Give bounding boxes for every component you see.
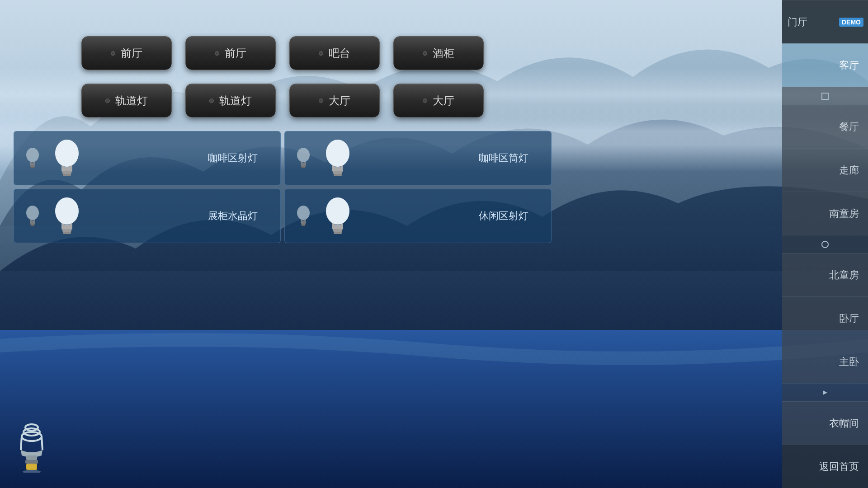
sidebar-scroll-square — [782, 87, 868, 105]
svg-point-7 — [55, 140, 79, 167]
svg-rect-36 — [26, 455, 37, 460]
sidebar-nantongfang-label: 南童房 — [829, 207, 859, 221]
sidebar-beitongfang-label: 北童房 — [829, 268, 859, 282]
sidebar-item-keting[interactable]: 客厅 — [782, 43, 868, 87]
led-dot-5 — [105, 99, 110, 103]
svg-rect-18 — [30, 223, 35, 225]
svg-rect-39 — [27, 465, 36, 469]
sidebar-item-zoulang[interactable]: 走廊 — [782, 148, 868, 192]
btn-dating-2[interactable]: 大厅 — [393, 84, 484, 117]
btn-dating-1[interactable]: 大厅 — [289, 84, 380, 117]
svg-rect-26 — [302, 225, 305, 226]
panel-zhangui-shuijing[interactable]: 展柜水晶灯 — [14, 189, 281, 243]
svg-rect-16 — [334, 174, 342, 176]
sidebar-item-menting[interactable]: 门厅 DEMO — [782, 0, 868, 43]
sidebar-scroll-arrow[interactable] — [782, 383, 868, 401]
led-dot-2 — [215, 51, 219, 56]
bulb-large-icon-1 — [49, 137, 85, 180]
sidebar-item-zhuwo[interactable]: 主卧 — [782, 340, 868, 383]
btn-dating-2-label: 大厅 — [433, 94, 454, 108]
btn-jiugui[interactable]: 酒柜 — [393, 36, 484, 70]
svg-point-21 — [55, 197, 79, 225]
svg-rect-37 — [25, 460, 38, 464]
panel-xiuxian-sheding-label: 休闲区射灯 — [479, 209, 528, 223]
btn-guidao-1-label: 轨道灯 — [115, 94, 148, 108]
main-content: 前厅 前厅 吧台 酒柜 轨道灯 轨道灯 — [0, 0, 565, 488]
sidebar-zoulang-label: 走廊 — [839, 164, 859, 177]
svg-point-28 — [326, 197, 349, 225]
panel-zhangui-shuijing-label: 展柜水晶灯 — [208, 209, 258, 223]
square-icon — [821, 93, 829, 100]
sidebar-woting-label: 卧厅 — [839, 312, 859, 325]
led-dot-6 — [209, 99, 214, 103]
demo-tag: DEMO — [839, 18, 863, 27]
svg-point-42 — [822, 241, 828, 248]
svg-point-10 — [297, 148, 310, 162]
svg-rect-15 — [333, 171, 342, 174]
btn-qianting-1[interactable]: 前厅 — [81, 36, 172, 70]
svg-line-35 — [42, 436, 42, 450]
sidebar-item-woting[interactable]: 卧厅 — [782, 296, 868, 340]
sidebar-fanhui-label: 返回首页 — [819, 460, 859, 474]
led-dot-4 — [423, 51, 427, 56]
btn-jiugui-label: 酒柜 — [433, 46, 454, 61]
bottom-bulb-icon — [14, 423, 50, 474]
svg-rect-5 — [31, 167, 34, 168]
bulb-small-icon-3 — [23, 204, 42, 229]
panel-kafei-tongdeng-label: 咖啡区筒灯 — [479, 151, 528, 165]
sidebar-menting-label: 门厅 — [788, 15, 807, 29]
svg-line-34 — [21, 436, 22, 450]
panel-kafei-sheding-label: 咖啡区射灯 — [208, 151, 258, 165]
sidebar-item-canting[interactable]: 餐厅 — [782, 105, 868, 148]
arrow-right-icon — [822, 389, 828, 396]
svg-rect-12 — [302, 167, 305, 168]
bulb-small-icon-2 — [294, 146, 313, 171]
btn-qianting-2-label: 前厅 — [225, 46, 246, 61]
panels-section: 咖啡区射灯 咖啡区筒灯 — [14, 131, 552, 243]
btn-guidao-2-label: 轨道灯 — [219, 94, 252, 108]
svg-rect-22 — [62, 229, 71, 232]
circle-icon — [821, 241, 829, 248]
svg-rect-9 — [63, 174, 71, 176]
svg-rect-4 — [30, 165, 35, 167]
buttons-section: 前厅 前厅 吧台 酒柜 轨道灯 轨道灯 — [14, 36, 552, 117]
panel-kafei-sheding[interactable]: 咖啡区射灯 — [14, 131, 281, 185]
sidebar-yimaojian-label: 衣帽间 — [829, 417, 859, 430]
sidebar-zhuwo-label: 主卧 — [839, 355, 859, 369]
sidebar: 门厅 DEMO 客厅 餐厅 走廊 南童房 北童房 卧厅 主卧 — [782, 0, 868, 488]
sidebar-item-nantongfang[interactable]: 南童房 — [782, 192, 868, 235]
bulb-small-icon-4 — [294, 204, 313, 229]
svg-rect-11 — [301, 165, 306, 167]
svg-rect-8 — [62, 171, 71, 174]
bulb-small-icon-1 — [23, 146, 42, 171]
svg-rect-29 — [333, 229, 342, 232]
sidebar-canting-label: 餐厅 — [839, 120, 859, 134]
panel-xiuxian-sheding[interactable]: 休闲区射灯 — [284, 189, 552, 243]
sidebar-keting-label: 客厅 — [839, 59, 859, 72]
svg-rect-25 — [301, 223, 306, 225]
led-dot-1 — [111, 51, 115, 56]
btn-dating-1-label: 大厅 — [329, 94, 350, 108]
svg-point-14 — [326, 140, 349, 167]
button-row-1: 前厅 前厅 吧台 酒柜 — [14, 36, 552, 70]
bulb-large-icon-2 — [320, 137, 356, 180]
sidebar-item-beitongfang[interactable]: 北童房 — [782, 253, 868, 296]
led-dot-7 — [319, 99, 323, 103]
btn-guidao-2[interactable]: 轨道灯 — [185, 84, 276, 117]
svg-marker-43 — [823, 390, 827, 395]
bulb-large-icon-4 — [320, 195, 356, 238]
sidebar-item-yimaojian[interactable]: 衣帽间 — [782, 401, 868, 445]
btn-qianting-2[interactable]: 前厅 — [185, 36, 276, 70]
svg-point-40 — [23, 470, 41, 473]
btn-batai[interactable]: 吧台 — [289, 36, 380, 70]
bulb-large-icon-3 — [49, 195, 85, 238]
svg-point-3 — [26, 148, 39, 162]
led-dot-8 — [423, 99, 427, 103]
btn-qianting-1-label: 前厅 — [121, 46, 142, 61]
button-row-2: 轨道灯 轨道灯 大厅 大厅 — [14, 84, 552, 117]
svg-point-17 — [26, 206, 39, 220]
panel-kafei-tongdeng[interactable]: 咖啡区筒灯 — [284, 131, 552, 185]
btn-guidao-1[interactable]: 轨道灯 — [81, 84, 172, 117]
sidebar-item-fanhui[interactable]: 返回首页 — [782, 445, 868, 488]
sidebar-scroll-circle — [782, 235, 868, 253]
